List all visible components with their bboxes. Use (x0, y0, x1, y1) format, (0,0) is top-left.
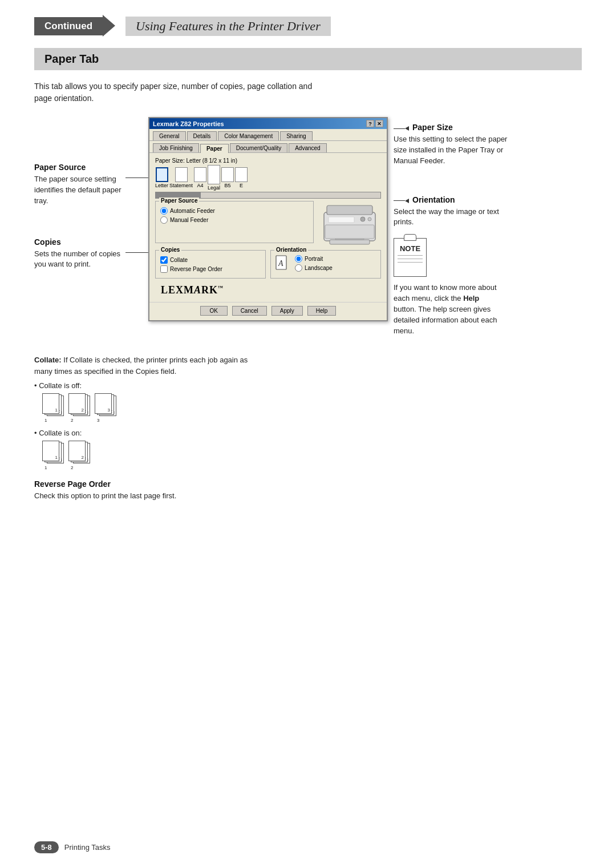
copies-info-text: Collate: If Collate is checked, the prin… (34, 354, 257, 377)
collate-on-bullet: • Collate is on: (34, 429, 257, 437)
svg-rect-6 (329, 217, 354, 223)
portrait-a-icon: A (275, 255, 290, 272)
radio-portrait[interactable]: Portrait (295, 255, 333, 263)
svg-text:A: A (278, 259, 283, 268)
checkbox-collate[interactable]: Collate (160, 256, 261, 264)
radio-automatic-feeder-input[interactable] (160, 207, 168, 215)
paper-size-scroll-area: Letter Statement A4 (155, 165, 381, 191)
win-dialog-buttons: OK Cancel Apply Help (149, 302, 387, 320)
dialog-container: Lexmark Z82 Properties ? ✕ General Detai… (148, 117, 388, 321)
tab-paper[interactable]: Paper (200, 144, 229, 153)
section-description: This tab allows you to specify paper siz… (34, 80, 331, 104)
paper-size-legal-label: Legal (208, 185, 220, 191)
apply-button[interactable]: Apply (271, 306, 303, 316)
tab-general[interactable]: General (153, 131, 186, 140)
checkbox-reverse-page-order[interactable]: Reverse Page Order (160, 265, 261, 273)
reverse-page-order-checkbox[interactable] (160, 265, 168, 273)
paper-size-right-text: Use this setting to select the paper siz… (394, 134, 508, 167)
paper-size-arrowhead (405, 126, 409, 131)
radio-manual-feeder-input[interactable] (160, 216, 168, 224)
copies-group-title: Copies (159, 247, 181, 253)
printer-image-area (318, 201, 381, 247)
note-line-1 (398, 255, 423, 256)
automatic-feeder-label: Automatic Feeder (170, 208, 215, 214)
orientation-arrowhead (405, 199, 409, 203)
note-lines (398, 255, 423, 263)
paper-size-a4[interactable]: A4 (194, 167, 206, 188)
paper-size-connector: Paper Size (394, 123, 508, 134)
help-titlebar-btn[interactable]: ? (366, 120, 374, 127)
paper-size-legal[interactable]: Legal (208, 165, 220, 191)
copies-orient-row: Copies Collate Reverse Page Order (155, 250, 381, 282)
radio-manual-feeder[interactable]: Manual Feeder (160, 216, 309, 224)
close-titlebar-btn[interactable]: ✕ (375, 120, 383, 127)
paper-size-b5[interactable]: B5 (221, 167, 234, 188)
sheet-3-1: 3 (95, 393, 112, 414)
paper-size-arrow-line (394, 128, 405, 129)
paper-source-options: Automatic Feeder Manual Feeder (160, 207, 309, 224)
printer-image (318, 201, 381, 247)
portrait-radio[interactable] (295, 255, 302, 263)
orientation-group: Orientation A (270, 250, 381, 279)
on-sheet-2-1: 2 (68, 441, 86, 461)
tab-advanced[interactable]: Advanced (289, 143, 326, 152)
tab-job-finishing[interactable]: Job Finishing (153, 143, 199, 152)
collate-on-label: • Collate is on: (34, 429, 82, 437)
note-container: NOTE If you want to know more about each… (394, 238, 508, 336)
svg-point-4 (360, 217, 365, 221)
landscape-radio[interactable] (295, 264, 302, 272)
win-dialog: Lexmark Z82 Properties ? ✕ General Detai… (148, 117, 388, 321)
paper-size-e[interactable]: E (235, 167, 248, 188)
continued-box: Continued (34, 17, 103, 35)
paper-size-annotation: Paper Size Use this setting to select th… (394, 123, 508, 167)
orientation-a-icon: A (275, 255, 290, 273)
collate-info: Collate: If Collate is checked, the prin… (34, 356, 248, 376)
ok-button[interactable]: OK (200, 306, 228, 316)
win-title: Lexmark Z82 Properties (153, 120, 224, 127)
page-footer: 5-8 Printing Tasks (34, 841, 110, 853)
radio-automatic-feeder[interactable]: Automatic Feeder (160, 207, 309, 215)
help-button[interactable]: Help (307, 306, 337, 316)
paper-icon-statement (175, 167, 188, 182)
paper-source-group-title: Paper Source (159, 197, 199, 204)
section-title-bar: Paper Tab (34, 48, 582, 70)
paper-source-group: Paper Source Automatic Feeder Manual Fee… (155, 201, 314, 243)
collate-checkbox[interactable] (160, 256, 168, 264)
on-stack2-label: 2 (71, 465, 73, 470)
collate-label: Collate (170, 257, 188, 263)
collate-off-stack3: 3 2 3 3 (95, 393, 116, 416)
paper-size-statement[interactable]: Statement (169, 167, 193, 188)
stack2-label: 2 (71, 418, 73, 423)
win-tabs-row2: Job Finishing Paper Document/Quality Adv… (149, 141, 387, 153)
sheet-2-1: 2 (68, 393, 86, 414)
paper-icon-e (235, 167, 248, 182)
collate-off-diagrams: 3 2 1 1 3 2 2 2 3 2 3 3 (42, 393, 257, 416)
bottom-left-content: Collate: If Collate is checked, the prin… (34, 354, 257, 510)
tab-document-quality[interactable]: Document/Quality (230, 143, 287, 152)
tab-details[interactable]: Details (187, 131, 217, 140)
orientation-annotation: Orientation Select the way the image or … (394, 195, 508, 228)
bottom-section: Collate: If Collate is checked, the prin… (34, 354, 582, 510)
note-clipboard-icon: NOTE (394, 238, 427, 277)
reverse-page-order-section: Reverse Page Order Check this option to … (34, 479, 257, 502)
win-body: Paper Size: Letter (8 1/2 x 11 in) Lette… (149, 153, 387, 302)
reverse-page-order-label: Reverse Page Order (170, 266, 222, 272)
orientation-options-row: A Portrait (275, 255, 376, 273)
paper-source-text: The paper source setting identifies the … (34, 174, 125, 207)
lexmark-tm: ™ (218, 285, 224, 291)
radio-landscape[interactable]: Landscape (295, 264, 333, 272)
tab-color-management[interactable]: Color Management (218, 131, 279, 140)
collate-on-stack1: 3 2 1 1 (42, 441, 64, 463)
paper-source-annotation: Paper Source The paper source setting id… (34, 163, 148, 215)
paper-size-right-label: Paper Size (412, 123, 453, 132)
copies-group: Copies Collate Reverse Page Order (155, 250, 266, 279)
paper-size-label: Paper Size: Letter (8 1/2 x 11 in) (155, 158, 381, 164)
cancel-button[interactable]: Cancel (232, 306, 267, 316)
note-line-3 (398, 262, 423, 263)
copies-options: Collate Reverse Page Order (160, 256, 261, 273)
win-titlebar-buttons: ? ✕ (366, 120, 383, 127)
note-text: If you want to know more about each menu… (394, 283, 502, 336)
paper-size-letter[interactable]: Letter (155, 167, 168, 188)
reverse-page-order-label: Reverse Page Order (34, 479, 257, 489)
tab-sharing[interactable]: Sharing (280, 131, 312, 140)
